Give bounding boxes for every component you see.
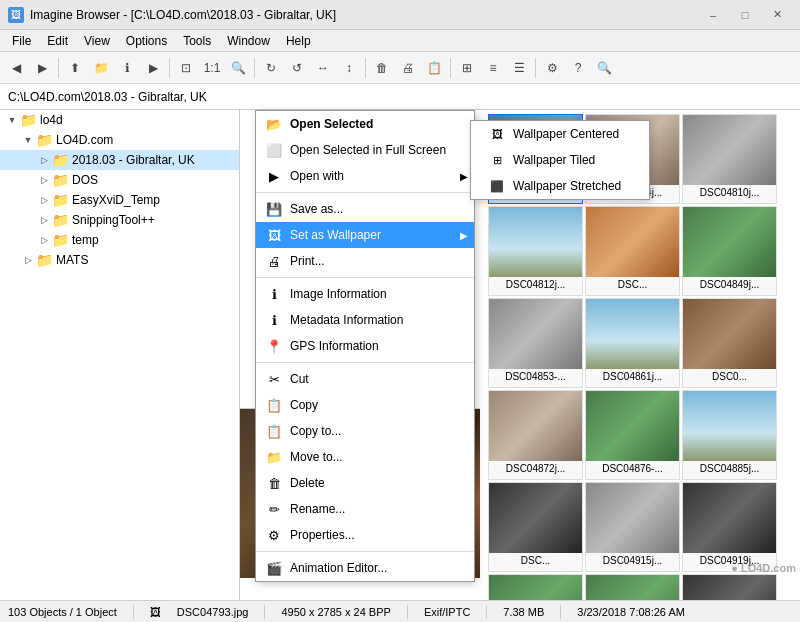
sidebar-item-mats[interactable]: ▷ 📁 MATS	[0, 250, 239, 270]
folder-icon-temp: 📁	[52, 232, 68, 248]
cm-copy[interactable]: 📋 Copy	[256, 392, 474, 418]
tb-slideshow[interactable]: ▶	[141, 56, 165, 80]
tb-list[interactable]: ≡	[481, 56, 505, 80]
tb-up[interactable]: ⬆	[63, 56, 87, 80]
thumb-item[interactable]: DSC04853-...	[488, 298, 583, 388]
thumb-item[interactable]: DSC04861j...	[585, 298, 680, 388]
menu-options[interactable]: Options	[118, 32, 175, 50]
toggle-gibraltar[interactable]: ▷	[36, 152, 52, 168]
sidebar-item-dos[interactable]: ▷ 📁 DOS	[0, 170, 239, 190]
sidebar-label-lo4d: lo4d	[40, 113, 63, 127]
sidebar-item-gibraltar[interactable]: ▷ 📁 2018.03 - Gibraltar, UK	[0, 150, 239, 170]
thumb-item[interactable]: DSC04921j...	[488, 574, 583, 600]
thumb-item[interactable]: DSC04812j...	[488, 206, 583, 296]
cm-open-selected[interactable]: 📂 Open Selected	[256, 111, 474, 137]
cm-delete[interactable]: 🗑 Delete	[256, 470, 474, 496]
tb-print[interactable]: 🖨	[396, 56, 420, 80]
maximize-button[interactable]: □	[730, 5, 760, 25]
thumb-item[interactable]: DSC04876-...	[585, 390, 680, 480]
menu-tools[interactable]: Tools	[175, 32, 219, 50]
tb-sep-2	[169, 58, 170, 78]
thumb-item[interactable]: DSC...	[488, 482, 583, 572]
sub-wallpaper-stretched[interactable]: ⬛ Wallpaper Stretched	[471, 173, 649, 199]
thumb-item[interactable]: DSC04885j...	[682, 390, 777, 480]
cm-animation-editor[interactable]: 🎬 Animation Editor...	[256, 555, 474, 581]
tb-info[interactable]: ℹ	[115, 56, 139, 80]
tb-back[interactable]: ◀	[4, 56, 28, 80]
thumb-item[interactable]: DSC04919j...	[682, 482, 777, 572]
cm-properties[interactable]: ⚙ Properties...	[256, 522, 474, 548]
thumb-label: DSC04812j...	[504, 277, 567, 293]
sidebar-label-easyxvid: EasyXviD_Temp	[72, 193, 160, 207]
tb-details[interactable]: ☰	[507, 56, 531, 80]
cm-save-as[interactable]: 💾 Save as...	[256, 196, 474, 222]
menu-view[interactable]: View	[76, 32, 118, 50]
tb-rotate-ccw[interactable]: ↺	[285, 56, 309, 80]
copy-to-icon: 📋	[264, 423, 284, 439]
toggle-temp[interactable]: ▷	[36, 232, 52, 248]
cm-gps-info[interactable]: 📍 GPS Information	[256, 333, 474, 359]
cm-rename-label: Rename...	[290, 502, 345, 516]
toggle-lo4d[interactable]: ▼	[4, 112, 20, 128]
thumb-item[interactable]: DSC0...	[682, 298, 777, 388]
cm-sep-1	[256, 192, 474, 193]
sidebar-item-snipping[interactable]: ▷ 📁 SnippingTool++	[0, 210, 239, 230]
tb-flip-h[interactable]: ↔	[311, 56, 335, 80]
folder-icon-dos: 📁	[52, 172, 68, 188]
tb-delete[interactable]: 🗑	[370, 56, 394, 80]
close-button[interactable]: ✕	[762, 5, 792, 25]
tb-search[interactable]: 🔍	[592, 56, 616, 80]
toggle-easyxvid[interactable]: ▷	[36, 192, 52, 208]
menu-file[interactable]: File	[4, 32, 39, 50]
cm-print[interactable]: 🖨 Print...	[256, 248, 474, 274]
tb-zoom-fit[interactable]: ⊡	[174, 56, 198, 80]
address-bar: C:\LO4D.com\2018.03 - Gibraltar, UK	[0, 84, 800, 110]
sidebar-item-lo4d[interactable]: ▼ 📁 lo4d	[0, 110, 239, 130]
cm-rename[interactable]: ✏ Rename...	[256, 496, 474, 522]
thumb-item[interactable]: DSC...	[585, 574, 680, 600]
thumb-item[interactable]: DSC04915j...	[585, 482, 680, 572]
folder-icon-lo4dcom: 📁	[36, 132, 52, 148]
menu-window[interactable]: Window	[219, 32, 278, 50]
cm-cut[interactable]: ✂ Cut	[256, 366, 474, 392]
tb-settings[interactable]: ⚙	[540, 56, 564, 80]
cm-image-info[interactable]: ℹ Image Information	[256, 281, 474, 307]
tb-forward[interactable]: ▶	[30, 56, 54, 80]
tb-folder[interactable]: 📁	[89, 56, 113, 80]
tb-zoom-1[interactable]: 1:1	[200, 56, 224, 80]
tb-zoom-in[interactable]: 🔍	[226, 56, 250, 80]
open-with-arrow: ▶	[460, 171, 468, 182]
folder-icon-mats: 📁	[36, 252, 52, 268]
tb-copy[interactable]: 📋	[422, 56, 446, 80]
cm-move-to[interactable]: 📁 Move to...	[256, 444, 474, 470]
sidebar-item-temp[interactable]: ▷ 📁 temp	[0, 230, 239, 250]
cm-metadata-info[interactable]: ℹ Metadata Information	[256, 307, 474, 333]
sub-wallpaper-tiled[interactable]: ⊞ Wallpaper Tiled	[471, 147, 649, 173]
thumb-item[interactable]: DSC...	[682, 574, 777, 600]
thumb-image	[586, 483, 679, 553]
tb-thumbs[interactable]: ⊞	[455, 56, 479, 80]
sub-wallpaper-centered[interactable]: 🖼 Wallpaper Centered	[471, 121, 649, 147]
tb-flip-v[interactable]: ↕	[337, 56, 361, 80]
cm-open-with[interactable]: ▶ Open with ▶	[256, 163, 474, 189]
menu-edit[interactable]: Edit	[39, 32, 76, 50]
minimize-button[interactable]: –	[698, 5, 728, 25]
tb-rotate-cw[interactable]: ↻	[259, 56, 283, 80]
cm-set-wallpaper-label: Set as Wallpaper	[290, 228, 381, 242]
tb-help[interactable]: ?	[566, 56, 590, 80]
sidebar-item-lo4dcom[interactable]: ▼ 📁 LO4D.com	[0, 130, 239, 150]
toggle-dos[interactable]: ▷	[36, 172, 52, 188]
thumb-item[interactable]: DSC04849j...	[682, 206, 777, 296]
thumb-item[interactable]: DSC...	[585, 206, 680, 296]
sidebar-label-temp: temp	[72, 233, 99, 247]
cm-open-fullscreen[interactable]: ⬜ Open Selected in Full Screen	[256, 137, 474, 163]
cm-copy-to[interactable]: 📋 Copy to...	[256, 418, 474, 444]
toggle-snipping[interactable]: ▷	[36, 212, 52, 228]
cm-set-wallpaper[interactable]: 🖼 Set as Wallpaper ▶	[256, 222, 474, 248]
sidebar-item-easyxvid[interactable]: ▷ 📁 EasyXviD_Temp	[0, 190, 239, 210]
thumb-item[interactable]: DSC04872j...	[488, 390, 583, 480]
thumb-item[interactable]: DSC04810j...	[682, 114, 777, 204]
menu-help[interactable]: Help	[278, 32, 319, 50]
toggle-mats[interactable]: ▷	[20, 252, 36, 268]
toggle-lo4dcom[interactable]: ▼	[20, 132, 36, 148]
